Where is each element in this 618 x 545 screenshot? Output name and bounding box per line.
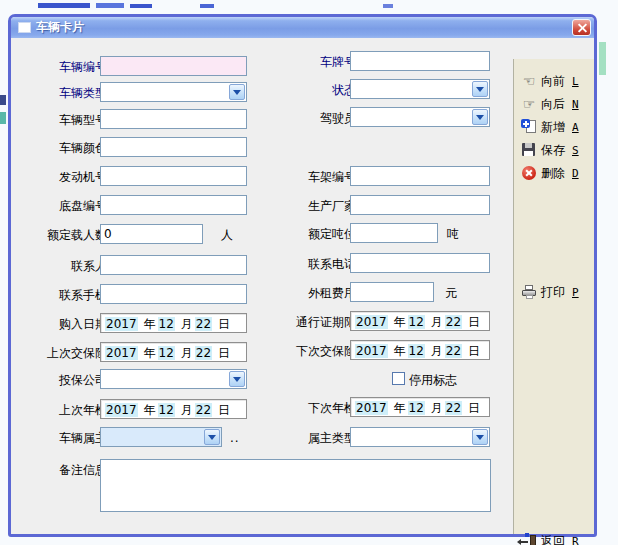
status-label: 状态 <box>272 83 356 97</box>
chassis-no-label: 底盘编号 <box>19 199 107 213</box>
hand-point-right-icon: ☞ <box>521 96 537 112</box>
driver-label: 驾驶员 <box>272 111 356 125</box>
chevron-down-icon[interactable] <box>229 84 245 100</box>
rental-fee-label: 外租费用 <box>272 286 356 300</box>
insurance-company-label: 投保公司 <box>19 373 107 387</box>
last-insurance-label: 上次交保险 <box>19 346 107 360</box>
rental-fee-input[interactable] <box>350 282 434 302</box>
floppy-disk-icon <box>521 142 537 158</box>
disabled-flag-label: 停用标志 <box>409 373 479 387</box>
vehicle-no-label: 车辆编号 <box>19 60 107 74</box>
purchase-date-field[interactable]: 2017年12月22日 <box>100 313 247 333</box>
form-area: 车辆编号 车牌号 车辆类型 状态 车辆型号 驾驶员 车辆颜色 发动机号 车架编号… <box>11 38 513 534</box>
background-window-fragment <box>0 95 6 105</box>
printer-icon <box>521 284 537 300</box>
manufacturer-label: 生产厂家 <box>272 199 356 213</box>
contact-mobile-input[interactable] <box>100 284 247 304</box>
background-window-fragment <box>599 42 606 75</box>
background-window-fragment <box>38 3 90 8</box>
status-select[interactable] <box>350 79 490 99</box>
contact-phone-label: 联系电话 <box>272 257 356 271</box>
background-window-fragment <box>200 4 214 8</box>
contact-person-input[interactable] <box>100 255 247 275</box>
frame-no-input[interactable] <box>350 166 490 186</box>
title-bar: 车辆卡片 <box>11 17 594 38</box>
engine-no-label: 发动机号 <box>19 170 107 184</box>
vehicle-model-input[interactable] <box>100 109 247 129</box>
new-document-icon <box>521 119 537 135</box>
delete-icon <box>521 165 537 181</box>
exit-icon <box>521 533 537 545</box>
disabled-flag-checkbox[interactable] <box>392 372 405 385</box>
contact-mobile-label: 联系手机 <box>19 288 107 302</box>
prev-button[interactable]: ☜ 向前L <box>521 72 579 90</box>
driver-select[interactable] <box>350 107 490 127</box>
close-icon <box>576 22 587 33</box>
vehicle-card-dialog: 车辆卡片 ☜ 向前L ☞ 向后N 新增A 保存S 删除D <box>8 14 597 537</box>
dialog-title: 车辆卡片 <box>36 19 84 36</box>
background-window-fragment <box>0 112 6 124</box>
window-icon <box>18 22 31 33</box>
last-insurance-field[interactable]: 2017年12月22日 <box>100 342 247 362</box>
background-window-fragment <box>383 4 393 8</box>
chevron-down-icon[interactable] <box>204 429 220 445</box>
last-inspection-label: 上次年检 <box>19 403 107 417</box>
rated-tonnage-input[interactable] <box>350 223 438 243</box>
next-button[interactable]: ☞ 向后N <box>521 95 579 113</box>
vehicle-owner-select[interactable] <box>100 427 222 447</box>
chevron-down-icon[interactable] <box>472 81 488 97</box>
last-inspection-field[interactable]: 2017年12月22日 <box>100 399 247 419</box>
vehicle-owner-label: 车辆属主 <box>19 431 107 445</box>
background-window-fragment <box>130 4 152 8</box>
contact-phone-input[interactable] <box>350 253 490 273</box>
remarks-label: 备注信息 <box>19 463 107 477</box>
dialog-body: ☜ 向前L ☞ 向后N 新增A 保存S 删除D 打印P <box>11 38 594 534</box>
insurance-company-select[interactable] <box>100 369 247 389</box>
save-button[interactable]: 保存S <box>521 141 579 159</box>
engine-no-input[interactable] <box>100 166 247 186</box>
chevron-down-icon[interactable] <box>229 371 245 387</box>
plate-no-label: 车牌号 <box>272 55 356 69</box>
rated-tonnage-unit: 吨 <box>447 227 459 241</box>
purchase-date-label: 购入日期 <box>19 317 107 331</box>
vehicle-owner-more-button[interactable]: .. <box>230 431 240 445</box>
delete-button[interactable]: 删除D <box>521 164 579 182</box>
print-button[interactable]: 打印P <box>521 283 579 301</box>
next-insurance-label: 下次交保险 <box>272 344 356 358</box>
remarks-textarea[interactable] <box>100 459 491 512</box>
plate-no-input[interactable] <box>350 51 490 71</box>
action-sidebar: ☜ 向前L ☞ 向后N 新增A 保存S 删除D 打印P <box>513 59 594 534</box>
next-insurance-field[interactable]: 2017年12月22日 <box>350 340 490 360</box>
vehicle-model-label: 车辆型号 <box>19 113 107 127</box>
seat-capacity-input[interactable] <box>100 224 203 244</box>
vehicle-no-input[interactable] <box>100 56 247 76</box>
vehicle-color-input[interactable] <box>100 137 247 157</box>
chevron-down-icon[interactable] <box>472 429 488 445</box>
contact-person-label: 联系人 <box>19 259 107 273</box>
vehicle-type-select[interactable] <box>100 82 247 102</box>
rated-tonnage-label: 额定吨位 <box>272 227 356 241</box>
owner-type-select[interactable] <box>350 427 490 447</box>
chevron-down-icon[interactable] <box>472 109 488 125</box>
vehicle-type-label: 车辆类型 <box>19 86 107 100</box>
seat-capacity-label: 额定载人数 <box>19 228 107 242</box>
manufacturer-input[interactable] <box>350 195 490 215</box>
seat-capacity-unit: 人 <box>221 228 233 242</box>
hand-point-left-icon: ☜ <box>521 73 537 89</box>
close-button[interactable] <box>572 19 591 36</box>
add-button[interactable]: 新增A <box>521 118 579 136</box>
next-inspection-field[interactable]: 2017年12月22日 <box>350 397 490 417</box>
rental-fee-unit: 元 <box>445 286 457 300</box>
permit-expiry-label: 通行证期限 <box>272 315 356 329</box>
frame-no-label: 车架编号 <box>272 170 356 184</box>
chassis-no-input[interactable] <box>100 195 247 215</box>
vehicle-color-label: 车辆颜色 <box>19 141 107 155</box>
return-button[interactable]: 返回R <box>521 532 579 545</box>
background-window-fragment <box>96 3 124 8</box>
permit-expiry-field[interactable]: 2017年12月22日 <box>350 311 490 331</box>
owner-type-label: 属主类型 <box>272 431 356 445</box>
next-inspection-label: 下次年检 <box>272 401 356 415</box>
